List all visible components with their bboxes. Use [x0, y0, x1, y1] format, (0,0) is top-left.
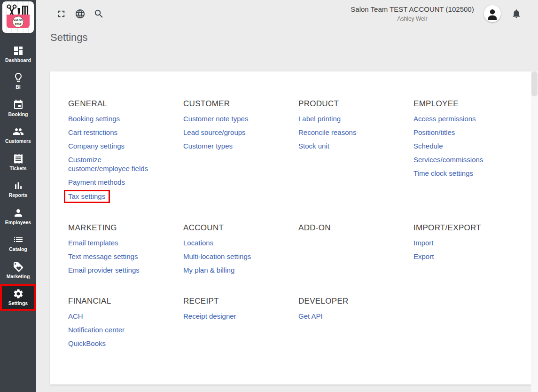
link-payment-methods[interactable]: Payment methods [68, 178, 125, 187]
link-customer-types[interactable]: Customer types [183, 141, 233, 150]
link-lead-source-groups[interactable]: Lead source/groups [183, 128, 246, 137]
link-label-printing[interactable]: Label printing [298, 114, 341, 123]
section-title: IMPORT/EXPORT [413, 223, 529, 233]
link-services-commissions[interactable]: Services/commissions [413, 155, 483, 164]
link-stock-unit[interactable]: Stock unit [298, 141, 329, 150]
section-title: PRODUCT [298, 99, 413, 109]
salon-logo-graphic: SALON TEST [2, 1, 34, 33]
link-schedule[interactable]: Schedule [413, 141, 443, 150]
search-icon[interactable] [94, 8, 104, 19]
link-tax-settings[interactable]: Tax settings [64, 190, 110, 203]
link-ach[interactable]: ACH [68, 312, 83, 321]
account-block[interactable]: Salon Team TEST ACCOUNT (102500) Ashley … [324, 5, 500, 23]
section-title: DEVELOPER [298, 296, 413, 306]
link-text-message-settings[interactable]: Text message settings [68, 252, 138, 261]
sidebar-item-customers[interactable]: Customers [0, 122, 36, 149]
bar-chart-icon [13, 180, 24, 191]
link-get-api[interactable]: Get API [298, 312, 323, 321]
topbar-icons [56, 8, 104, 19]
sidebar-item-catalog[interactable]: Catalog [0, 230, 36, 257]
sidebar-item-label: Marketing [7, 274, 30, 279]
sidebar-item-label: Booking [8, 111, 28, 117]
person-icon [13, 207, 24, 219]
sidebar-nav: DashboardBIBookingCustomersTicketsReport… [0, 40, 36, 311]
link-cart-restrictions[interactable]: Cart restrictions [68, 128, 117, 137]
people-icon [13, 126, 24, 137]
section-title: CUSTOMER [183, 99, 298, 109]
settings-card: GENERALBooking settingsCart restrictions… [50, 71, 531, 384]
tag-heart-icon [13, 261, 24, 273]
sidebar-item-label: BI [16, 84, 21, 90]
section-receipt: RECEIPTReceipt designer [183, 296, 298, 325]
gear-icon [13, 288, 24, 299]
link-import[interactable]: Import [413, 238, 434, 247]
link-reconcile-reasons[interactable]: Reconcile reasons [298, 128, 356, 137]
account-user-name: Ashley Weir [324, 15, 500, 23]
sidebar-item-label: Settings [8, 300, 28, 306]
lightbulb-icon [13, 72, 24, 83]
link-export[interactable]: Export [413, 252, 434, 261]
sidebar-item-label: Reports [9, 192, 28, 198]
link-quickbooks[interactable]: QuickBooks [68, 339, 106, 348]
section-title: FINANCIAL [68, 296, 183, 306]
section-general: GENERALBooking settingsCart restrictions… [68, 99, 183, 206]
link-notification-center[interactable]: Notification center [68, 325, 125, 334]
section-title: ACCOUNT [183, 223, 298, 233]
link-email-provider-settings[interactable]: Email provider settings [68, 266, 140, 274]
link-time-clock-settings[interactable]: Time clock settings [413, 169, 473, 178]
notifications-bell-icon[interactable] [511, 8, 522, 19]
link-booking-settings[interactable]: Booking settings [68, 114, 120, 123]
svg-text:TEST: TEST [15, 23, 22, 25]
dashboard-icon [13, 45, 24, 56]
app-logo[interactable]: SALON TEST [2, 1, 34, 33]
sidebar-item-label: Tickets [10, 165, 27, 171]
page-title: Settings [50, 31, 88, 44]
sidebar-item-settings[interactable]: Settings [0, 284, 36, 311]
scrollbar-track[interactable] [531, 71, 538, 392]
section-product: PRODUCTLabel printingReconcile reasonsSt… [298, 99, 413, 155]
svg-text:SALON: SALON [14, 19, 23, 22]
fullscreen-icon[interactable] [56, 8, 67, 19]
section-title: EMPLOYEE [413, 99, 529, 109]
link-access-permissions[interactable]: Access permissions [413, 114, 476, 123]
link-customer-note-types[interactable]: Customer note types [183, 114, 248, 123]
link-multi-location-settings[interactable]: Multi-location settings [183, 252, 251, 261]
sidebar-item-label: Customers [5, 138, 31, 144]
section-customer: CUSTOMERCustomer note typesLead source/g… [183, 99, 298, 155]
settings-grid: GENERALBooking settingsCart restrictions… [50, 71, 531, 369]
link-company-settings[interactable]: Company settings [68, 141, 125, 150]
section-title: ADD-ON [298, 223, 413, 233]
section-developer: DEVELOPERGet API [298, 296, 413, 325]
receipt-icon [13, 153, 24, 165]
sidebar-item-tickets[interactable]: Tickets [0, 149, 36, 176]
account-name: Salon Team TEST ACCOUNT (102500) [324, 5, 500, 14]
link-email-templates[interactable]: Email templates [68, 238, 118, 247]
globe-icon[interactable] [75, 8, 86, 19]
user-avatar[interactable] [484, 5, 501, 22]
calendar-icon [13, 99, 24, 110]
sidebar-item-label: Catalog [9, 246, 27, 252]
link-customize-customer-employee-fields[interactable]: Customize customer/employee fields [68, 155, 158, 173]
sidebar-item-booking[interactable]: Booking [0, 94, 36, 122]
link-receipt-designer[interactable]: Receipt designer [183, 312, 236, 321]
link-locations[interactable]: Locations [183, 238, 213, 247]
sidebar-item-label: Employees [5, 220, 31, 225]
section-title: RECEIPT [183, 296, 298, 306]
scrollbar-thumb[interactable] [531, 71, 538, 96]
link-my-plan-billing[interactable]: My plan & billing [183, 266, 234, 274]
section-import-export: IMPORT/EXPORTImportExport [413, 223, 529, 266]
person-silhouette-icon [485, 7, 499, 21]
sidebar-item-dashboard[interactable]: Dashboard [0, 40, 36, 68]
sidebar-item-bi[interactable]: BI [0, 68, 36, 95]
sidebar: SALON TEST DashboardBIBookingCustomersTi… [0, 0, 36, 392]
section-account: ACCOUNTLocationsMulti-location settingsM… [183, 223, 298, 279]
section-financial: FINANCIALACHNotification centerQuickBook… [68, 296, 183, 353]
section-title: MARKETING [68, 223, 183, 233]
section-marketing: MARKETINGEmail templatesText message set… [68, 223, 183, 279]
sidebar-item-marketing[interactable]: Marketing [0, 257, 36, 284]
list-icon [13, 234, 24, 245]
link-position-titles[interactable]: Position/titles [413, 128, 455, 137]
sidebar-item-label: Dashboard [5, 57, 31, 63]
sidebar-item-reports[interactable]: Reports [0, 176, 36, 203]
sidebar-item-employees[interactable]: Employees [0, 203, 36, 230]
